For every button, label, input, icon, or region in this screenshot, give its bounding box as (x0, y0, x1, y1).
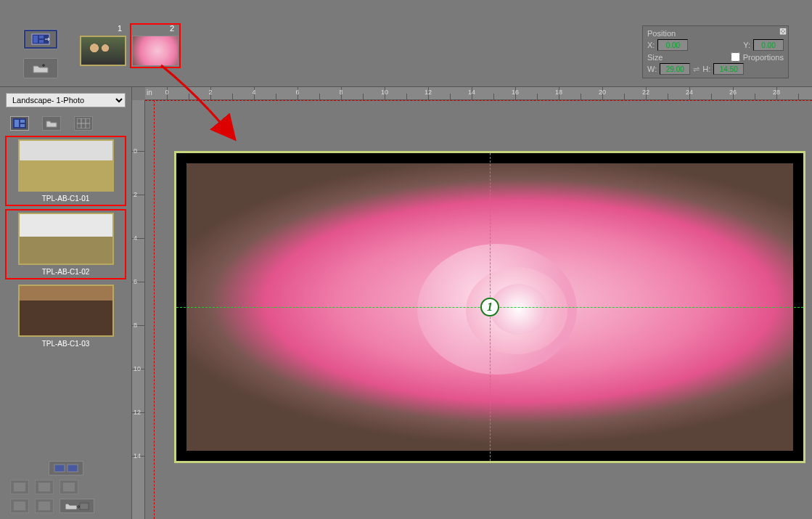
proportions-checkbox[interactable] (731, 52, 740, 62)
guide-horizontal (145, 100, 812, 101)
ruler-tick-label: 26 (729, 89, 737, 96)
h-label: H: (702, 65, 710, 73)
page-thumb-1[interactable]: 1 (80, 25, 126, 66)
action-btn-5[interactable] (35, 499, 54, 513)
horizontal-ruler[interactable]: in 0246810121416182022242628 (145, 87, 812, 100)
svg-rect-2 (39, 36, 44, 38)
sidebar: Landscape- 1-Photo TPL-AB-C1-01 TPL-AB-C… (0, 87, 132, 519)
folder-tool-button[interactable] (23, 58, 58, 78)
spread-button[interactable] (49, 461, 83, 475)
page-thumb-image (132, 36, 179, 66)
template-label: TPL-AB-C1-01 (9, 195, 123, 203)
ruler-tick-label: 14 (134, 452, 141, 459)
link-icon[interactable]: ⇌ (693, 65, 700, 74)
y-label: Y: (743, 41, 750, 49)
folders-tab[interactable] (42, 116, 61, 131)
page-thumb-image (80, 36, 126, 66)
ruler-tick-label: 20 (599, 89, 606, 96)
svg-rect-14 (14, 483, 25, 491)
ruler-tick-label: 28 (773, 89, 780, 96)
properties-panel: ⊠ Position X: Y: Size Proportions W: ⇌ H… (642, 25, 789, 78)
y-input[interactable] (753, 39, 784, 51)
svg-rect-18 (38, 502, 50, 510)
grid-tab[interactable] (74, 116, 93, 131)
svg-rect-3 (39, 40, 44, 43)
proportions-label: Proportions (743, 53, 784, 62)
template-category-select[interactable]: Landscape- 1-Photo (6, 93, 126, 107)
ruler-tick-label: 16 (512, 89, 519, 96)
action-btn-3[interactable] (60, 480, 78, 494)
guide-vertical (154, 100, 155, 519)
canvas-area: in 0246810121416182022242628 02468101214… (132, 87, 812, 519)
template-item-3[interactable]: TPL-AB-C1-03 (7, 285, 124, 348)
photo-slot-badge: 1 (480, 298, 499, 316)
layouts-tab[interactable] (10, 116, 29, 131)
size-label: Size (647, 53, 663, 62)
x-label: X: (647, 41, 655, 49)
svg-rect-7 (20, 124, 25, 127)
ruler-tick-label: 0 (134, 147, 137, 155)
x-input[interactable] (657, 39, 688, 51)
template-preview (18, 285, 114, 337)
action-btn-1[interactable] (10, 480, 29, 494)
h-input[interactable] (713, 63, 744, 75)
ruler-tick-label: 2 (208, 89, 212, 96)
ruler-tick-label: 18 (555, 89, 562, 96)
svg-rect-5 (15, 120, 19, 127)
page-photo-frame[interactable]: 1 (174, 151, 805, 463)
page-number: 2 (170, 24, 174, 33)
template-preview (18, 213, 114, 265)
ruler-tick-label: 24 (686, 89, 693, 96)
position-label: Position (647, 29, 676, 38)
ruler-tick-label: 0 (165, 89, 168, 96)
ruler-tick-label: 12 (425, 89, 432, 96)
ruler-tick-label: 4 (134, 234, 137, 242)
page-thumb-2[interactable]: 2 (132, 25, 179, 66)
action-btn-2[interactable] (35, 480, 54, 494)
template-label: TPL-AB-C1-03 (7, 340, 124, 348)
template-label: TPL-AB-C1-02 (9, 268, 123, 276)
template-item-1[interactable]: TPL-AB-C1-01 (7, 138, 124, 204)
ruler-tick-label: 6 (295, 89, 299, 96)
vertical-ruler[interactable]: 02468101214 (132, 100, 145, 519)
template-item-2[interactable]: TPL-AB-C1-02 (7, 211, 124, 277)
ruler-unit: in (147, 89, 152, 97)
ruler-tick-label: 12 (134, 409, 141, 416)
ruler-tick-label: 10 (381, 89, 388, 96)
ruler-tick-label: 8 (339, 89, 343, 96)
svg-rect-1 (33, 36, 38, 43)
canvas[interactable]: 1 (145, 100, 812, 519)
svg-rect-12 (54, 465, 65, 472)
svg-rect-6 (20, 120, 25, 123)
ruler-tick-label: 22 (642, 89, 649, 96)
w-input[interactable] (660, 63, 690, 75)
layout-tool-button[interactable] (23, 29, 58, 49)
action-btn-4[interactable] (10, 499, 29, 513)
ruler-tick-label: 2 (134, 191, 137, 198)
svg-rect-16 (63, 483, 75, 491)
ruler-tick-label: 4 (252, 89, 255, 96)
ruler-tick-label: 6 (134, 278, 137, 285)
ruler-tick-label: 10 (134, 365, 141, 372)
close-icon[interactable]: ⊠ (779, 26, 787, 36)
template-preview (18, 139, 114, 192)
page-thumbnails: 1 2 (80, 25, 179, 66)
ruler-tick-label: 8 (134, 322, 137, 329)
svg-rect-13 (67, 465, 78, 472)
sidebar-actions (3, 451, 128, 519)
svg-rect-15 (38, 483, 50, 491)
svg-rect-19 (80, 503, 89, 510)
template-list: TPL-AB-C1-01 TPL-AB-C1-02 TPL-AB-C1-03 (3, 135, 128, 451)
svg-rect-17 (14, 502, 25, 510)
w-label: W: (647, 65, 657, 73)
page-number: 1 (118, 24, 122, 33)
ruler-tick-label: 14 (468, 89, 475, 96)
action-btn-apply[interactable] (60, 499, 94, 513)
